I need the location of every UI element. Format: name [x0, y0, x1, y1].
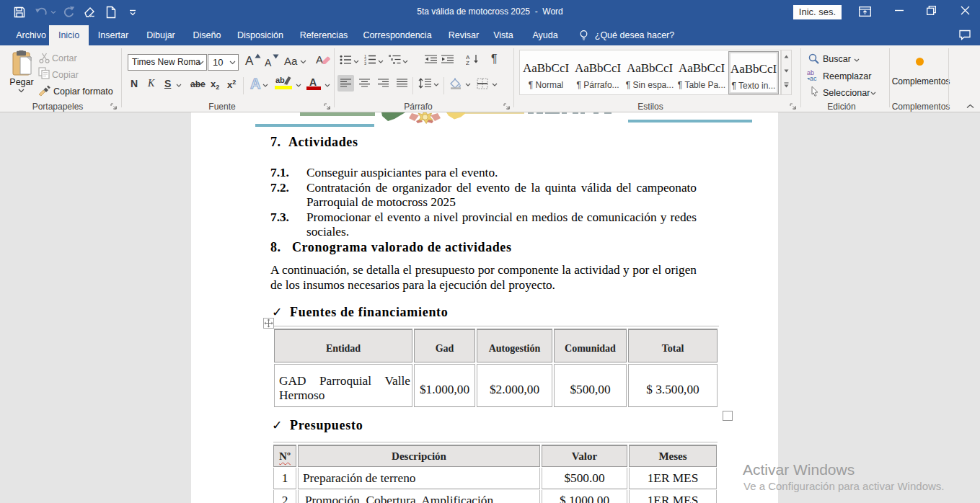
svg-text:Z: Z [466, 60, 469, 65]
svg-text:ac: ac [810, 75, 817, 81]
svg-text:A: A [250, 76, 260, 92]
svg-text:3: 3 [364, 61, 366, 65]
